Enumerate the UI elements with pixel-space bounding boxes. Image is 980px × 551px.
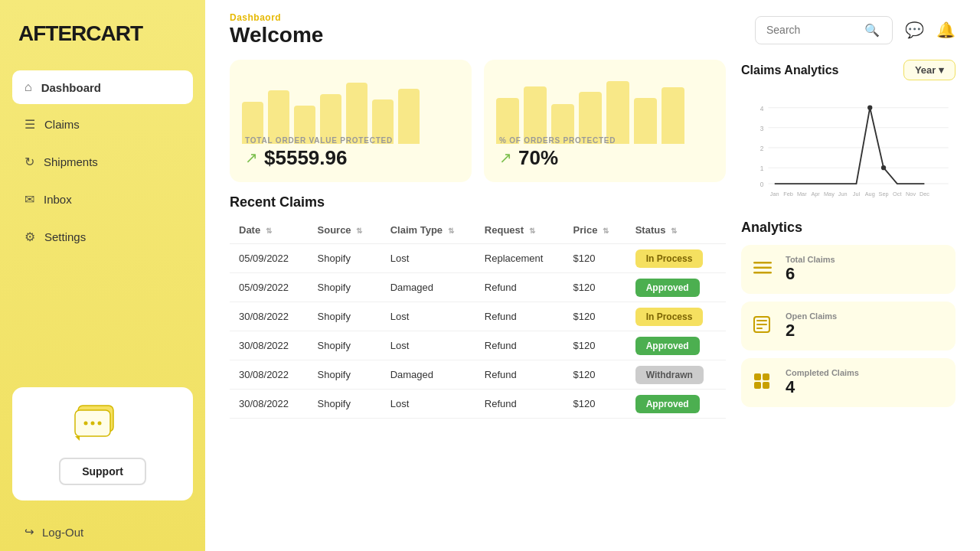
cell-claim-type: Lost (381, 331, 475, 360)
cell-source: Shopify (309, 331, 381, 360)
cell-status: Withdrawn (626, 360, 726, 390)
sort-icon-source[interactable]: ⇅ (356, 227, 362, 235)
status-badge: Approved (635, 337, 700, 355)
sort-icon-request[interactable]: ⇅ (529, 227, 535, 235)
total-claims-label: Total Claims (786, 255, 835, 264)
analytics-card-completed: Completed Claims 4 (741, 358, 956, 407)
cell-request: Refund (475, 273, 564, 302)
col-date: Date ⇅ (230, 217, 309, 244)
claims-analytics-title: Claims Analytics (741, 64, 838, 77)
cell-status: Approved (626, 390, 726, 419)
table-row: 05/09/2022 Shopify Damaged Refund $120 A… (230, 273, 726, 302)
svg-rect-38 (754, 382, 761, 389)
cell-date: 30/08/2022 (230, 390, 309, 419)
status-badge: Approved (635, 395, 700, 413)
cell-claim-type: Lost (381, 244, 475, 273)
header-actions: 🔍 💬 🔔 (755, 16, 956, 44)
stat-value-2: 70% (518, 146, 558, 170)
total-claims-value: 6 (786, 264, 835, 284)
sidebar-item-label: Shipments (44, 155, 98, 168)
sidebar-item-label: Claims (44, 118, 80, 131)
svg-text:Aug: Aug (865, 191, 875, 197)
cell-status: Approved (626, 273, 726, 302)
content-area: TOTAL ORDER VALUE PROTECTED ↗ $5559.96 (205, 54, 980, 551)
open-claims-icon (753, 316, 775, 337)
support-card: Support (12, 387, 193, 500)
cell-source: Shopify (309, 390, 381, 419)
logout-item[interactable]: ↪ Log-Out (0, 513, 205, 551)
svg-text:May: May (824, 191, 835, 197)
svg-point-4 (98, 422, 102, 425)
cell-request: Refund (475, 302, 564, 331)
chat-icon[interactable]: 💬 (905, 21, 924, 39)
year-label: Year (915, 64, 936, 76)
svg-text:Jan: Jan (770, 191, 779, 197)
cell-date: 05/09/2022 (230, 244, 309, 273)
cell-claim-type: Damaged (381, 273, 475, 302)
svg-point-27 (867, 106, 872, 110)
analytics-card-content-completed: Completed Claims 4 (786, 368, 859, 397)
sidebar-item-dashboard[interactable]: ⌂ Dashboard (12, 70, 193, 104)
sort-icon-type[interactable]: ⇅ (448, 227, 454, 235)
table-row: 30/08/2022 Shopify Lost Refund $120 Appr… (230, 331, 726, 360)
cell-claim-type: Lost (381, 390, 475, 419)
line-chart: 4 3 2 1 0 Jan Feb Mar Apr May Jun Jul Au… (744, 91, 952, 204)
arrow-up-icon-2: ↗ (499, 148, 512, 167)
bell-icon[interactable]: 🔔 (936, 21, 956, 39)
stat-card-order-value: TOTAL ORDER VALUE PROTECTED ↗ $5559.96 (230, 60, 472, 182)
stat-card-orders-protected: % OF ORDERS PROTECTED ↗ 70% (484, 60, 726, 182)
svg-text:0: 0 (760, 181, 764, 188)
cell-price: $120 (564, 302, 626, 331)
cell-date: 30/08/2022 (230, 302, 309, 331)
sidebar-item-label: Inbox (44, 193, 72, 206)
sidebar-item-settings[interactable]: ⚙ Settings (12, 220, 193, 254)
home-icon: ⌂ (24, 80, 32, 94)
status-badge: In Process (635, 308, 704, 326)
sidebar-item-shipments[interactable]: ↻ Shipments (12, 145, 193, 179)
analytics-card-content-open: Open Claims 2 (786, 311, 837, 341)
col-claim-type: Claim Type ⇅ (381, 217, 475, 244)
sidebar-item-claims[interactable]: ☰ Claims (12, 107, 193, 142)
svg-text:2: 2 (760, 145, 764, 152)
analytics-card-total: Total Claims 6 (741, 245, 956, 294)
sort-icon-date[interactable]: ⇅ (266, 227, 272, 235)
status-badge: Approved (635, 279, 700, 297)
svg-text:Jul: Jul (853, 191, 861, 197)
svg-point-3 (91, 422, 95, 425)
search-box[interactable]: 🔍 (755, 16, 893, 44)
stat-label: TOTAL ORDER VALUE PROTECTED (245, 136, 393, 145)
search-input[interactable] (766, 24, 858, 36)
stat-label-2: % OF ORDERS PROTECTED (499, 136, 616, 145)
svg-rect-30 (753, 266, 772, 269)
cell-request: Refund (475, 331, 564, 360)
col-request: Request ⇅ (475, 217, 564, 244)
svg-rect-31 (753, 272, 772, 274)
cell-status: Approved (626, 331, 726, 360)
svg-text:Apr: Apr (811, 191, 820, 197)
table-row: 30/08/2022 Shopify Lost Refund $120 In P… (230, 302, 726, 331)
sidebar-item-label: Settings (44, 230, 86, 243)
claims-analytics-header: Claims Analytics Year ▾ (741, 60, 956, 80)
table-row: 30/08/2022 Shopify Damaged Refund $120 W… (230, 360, 726, 390)
shipments-icon: ↻ (24, 155, 34, 169)
cell-claim-type: Lost (381, 302, 475, 331)
svg-rect-39 (763, 382, 769, 389)
col-price: Price ⇅ (564, 217, 626, 244)
sidebar-item-inbox[interactable]: ✉ Inbox (12, 182, 193, 217)
claims-analytics-section: Claims Analytics Year ▾ 4 (741, 60, 956, 207)
sort-icon-status[interactable]: ⇅ (671, 227, 677, 235)
svg-rect-35 (756, 328, 763, 329)
stat-value: $5559.96 (264, 146, 347, 170)
svg-rect-34 (756, 324, 767, 325)
main-content: Dashbaord Welcome 🔍 💬 🔔 (205, 0, 980, 551)
svg-text:Feb: Feb (783, 191, 793, 197)
cell-price: $120 (564, 331, 626, 360)
claims-table: Date ⇅ Source ⇅ Claim Type ⇅ Request ⇅ P… (230, 217, 726, 419)
cell-source: Shopify (309, 360, 381, 390)
year-filter-button[interactable]: Year ▾ (903, 60, 956, 80)
cell-source: Shopify (309, 244, 381, 273)
cell-request: Refund (475, 360, 564, 390)
sort-icon-price[interactable]: ⇅ (603, 227, 609, 235)
support-button[interactable]: Support (59, 458, 146, 485)
breadcrumb: Dashbaord (230, 12, 323, 23)
